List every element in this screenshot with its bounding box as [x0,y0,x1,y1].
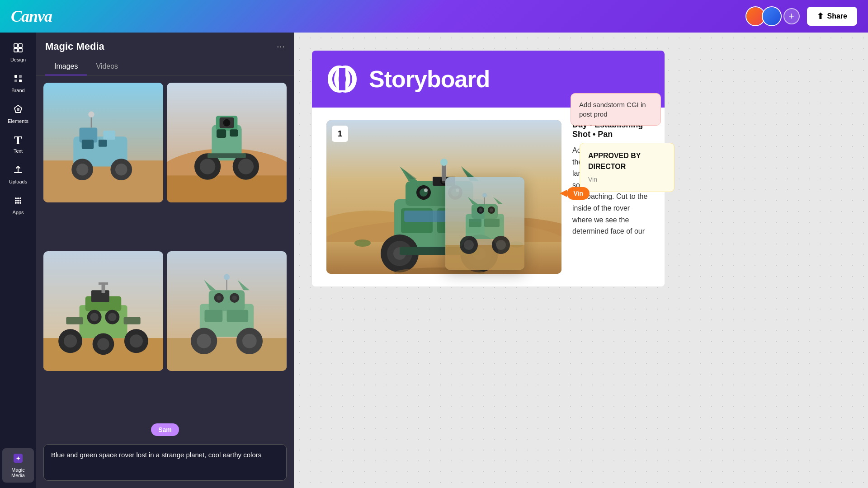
svg-rect-86 [445,245,524,270]
magic-media-icon: ✦ [13,453,24,465]
prompt-input[interactable]: Blue and green space rover lost in a str… [43,444,287,481]
svg-rect-58 [124,317,141,324]
brand-icon [13,73,24,86]
avatar-2 [762,6,782,26]
sidebar-item-brand-label: Brand [11,88,24,93]
uploads-icon [13,164,24,177]
svg-point-60 [64,334,77,347]
sidebar-item-elements[interactable]: Elements [2,99,34,128]
annotation-approved-author: Vin [588,175,666,184]
tab-videos[interactable]: Videos [87,58,127,75]
drag-overlay [167,251,287,371]
svg-point-11 [17,197,19,199]
share-label: Share [827,12,847,20]
header: Canva + ⬆ Share [0,0,868,33]
storyboard-logo-icon [326,63,358,95]
svg-rect-32 [82,140,94,149]
svg-rect-9 [17,108,19,111]
svg-point-18 [19,202,21,204]
sidebar-item-magic-media[interactable]: ✦ Magic Media [2,448,34,483]
sidebar-item-text[interactable]: T Text [2,130,34,158]
annotation-sandstorm-text: Add sandstorm CGI in post prod [579,101,646,118]
svg-point-56 [108,313,117,321]
sidebar-item-uploads[interactable]: Uploads [2,160,34,189]
elements-icon [13,104,24,117]
add-collaborator-button[interactable]: + [783,8,800,24]
vin-cursor: Vin [567,187,590,200]
svg-point-98 [464,240,474,250]
annotation-approved: APPROVED BY DIRECTOR Vin [580,143,675,192]
svg-rect-7 [19,80,22,82]
sidebar-item-apps[interactable]: Apps [2,191,34,220]
svg-point-62 [97,338,109,350]
left-sidebar: Design Brand Elements T Text Uploads [0,33,36,488]
panel-title: Magic Media [45,41,104,52]
svg-point-12 [19,197,21,199]
svg-point-94 [490,208,493,212]
image-thumb-2[interactable] [167,83,287,202]
panel-header: Magic Media ··· [36,33,294,58]
share-button[interactable]: ⬆ Share [807,7,857,26]
svg-point-111 [354,239,371,247]
svg-point-29 [115,164,127,176]
svg-rect-2 [14,48,18,52]
svg-rect-6 [14,80,17,82]
svg-point-42 [238,159,254,174]
sidebar-item-design-label: Design [10,57,26,62]
text-icon: T [14,135,22,146]
apps-icon [13,195,24,208]
svg-point-14 [17,200,19,202]
svg-point-92 [479,208,482,212]
sidebar-item-design[interactable]: Design [2,38,34,67]
svg-point-40 [200,159,215,174]
svg-rect-5 [19,75,22,78]
svg-rect-95 [469,219,481,227]
svg-point-64 [130,334,143,347]
dragged-image[interactable] [445,177,524,270]
annotation-approved-title: APPROVED BY DIRECTOR [588,150,666,172]
share-upload-icon: ⬆ [817,11,824,21]
panel-menu-button[interactable]: ··· [277,42,285,52]
sidebar-item-magic-media-label: Magic Media [6,467,30,478]
svg-rect-3 [19,48,22,52]
image-thumb-4[interactable] [167,251,287,371]
svg-rect-33 [99,140,107,147]
svg-point-132 [440,159,448,166]
svg-rect-52 [91,290,109,302]
sidebar-item-brand[interactable]: Brand [2,69,34,98]
svg-point-13 [15,200,17,202]
panel: Magic Media ··· Images Videos [36,33,294,488]
main-layout: Design Brand Elements T Text Uploads [0,33,868,488]
svg-text:✦: ✦ [16,455,20,462]
sidebar-item-uploads-label: Uploads [9,179,27,184]
image-thumb-1[interactable] [43,83,163,202]
canvas-area: Storyboard 1 [294,33,868,488]
svg-rect-25 [104,131,116,140]
image-thumb-3[interactable] [43,251,163,371]
avatars-group: + [745,6,800,26]
svg-rect-36 [167,175,287,202]
svg-point-27 [76,164,89,176]
svg-point-100 [496,240,506,250]
scene-number: 1 [332,126,348,142]
scene-image [326,120,561,274]
svg-point-102 [482,193,487,197]
svg-point-31 [88,112,94,117]
svg-rect-57 [66,317,83,324]
svg-rect-66 [99,282,108,285]
sidebar-item-elements-label: Elements [8,118,28,124]
svg-point-45 [223,119,231,127]
svg-rect-1 [19,44,22,47]
svg-rect-0 [14,44,18,47]
svg-rect-105 [339,68,345,90]
tab-images[interactable]: Images [45,58,87,75]
svg-rect-46 [217,129,226,138]
svg-point-16 [15,202,17,204]
sam-cursor: Sam [151,423,179,436]
svg-rect-43 [208,153,246,158]
image-grid [36,75,294,423]
header-right: + ⬆ Share [745,6,857,26]
panel-tabs: Images Videos [36,58,294,75]
svg-point-54 [90,313,99,321]
svg-rect-22 [43,160,163,202]
